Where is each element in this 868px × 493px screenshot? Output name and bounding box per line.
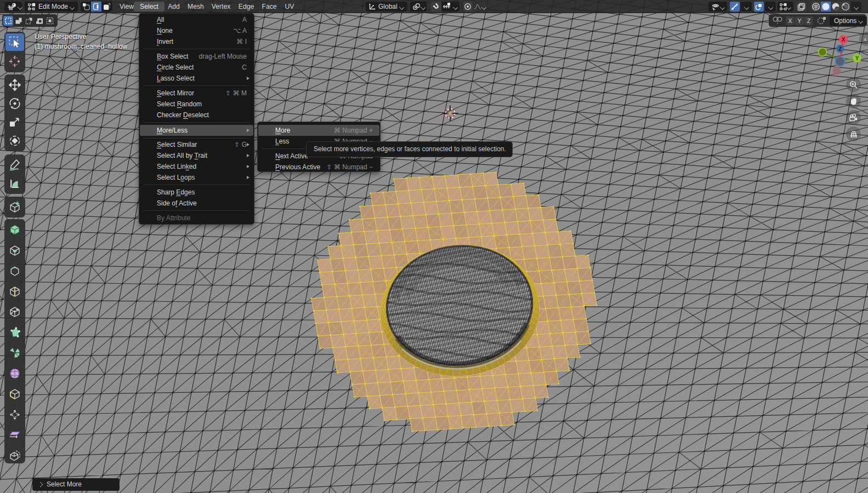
svg-text:Z: Z — [838, 46, 842, 52]
svg-text:X: X — [842, 37, 846, 43]
svg-text:Y: Y — [855, 55, 859, 61]
